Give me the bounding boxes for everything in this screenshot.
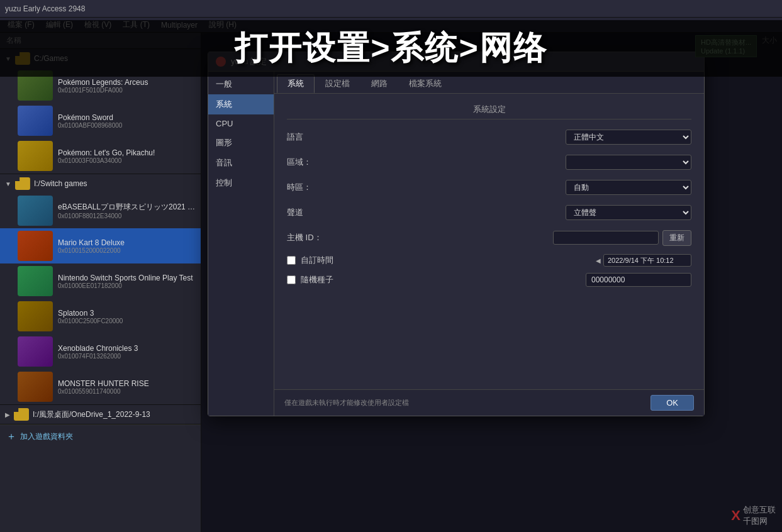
game-list: ▼ C:/Games Pokémon Legends: Arceus 0x010… [0,49,201,532]
game-id-pikachu: 0x010003F003A34000 [58,157,196,164]
game-thumb-sword [18,106,53,136]
game-title-xenoblade: Xenoblade Chronicles 3 [58,344,196,353]
console-id-value: 重新 [362,230,691,246]
nav-item-cpu[interactable]: CPU [208,114,274,133]
folder-label-i-switch: I:/Switch games [34,179,87,188]
game-id-mhrise: 0x0100559011740000 [58,388,196,395]
game-thumb-xenoblade [18,336,53,367]
game-info-mariokart: Mario Kart 8 Deluxe 0x0100152000022000 [58,238,196,254]
date-arrow-left[interactable]: ◀ [596,257,601,264]
game-title-ebaseball: eBASEBALLプロ野球スピリッツ2021 グランドスラム [58,202,196,213]
main-layout: 名稱 ▼ C:/Games Pokémon Legends: Arceus 0x… [0,33,782,532]
game-id-switch-sports: 0x01000EE017182000 [58,282,196,289]
list-item[interactable]: Pokémon Sword 0x0100ABF008968000 [0,103,201,138]
section-title: 系統設定 [287,104,691,119]
console-id-input[interactable] [553,231,659,245]
list-item[interactable]: Xenoblade Chronicles 3 0x010074F01326200… [0,334,201,369]
folder-icon-i-switch [15,177,30,190]
dialog-body: 一般 系統 CPU 圖形 音訊 控制 系統 設定檔 網路 [208,72,704,416]
custom-time-checkbox[interactable] [287,256,296,265]
random-seed-row: 隨機種子 [287,273,691,287]
console-id-refresh-button[interactable]: 重新 [662,230,691,246]
game-title-mhrise: MONSTER HUNTER RISE [58,379,196,388]
sidebar: 名稱 ▼ C:/Games Pokémon Legends: Arceus 0x… [0,33,201,532]
tab-network[interactable]: 網路 [360,74,398,93]
game-title-pikachu: Pokémon: Let's Go, Pikachu! [58,148,196,157]
language-label: 語言 [287,131,362,143]
console-id-label: 主機 ID： [287,232,362,243]
list-item[interactable]: Pokémon: Let's Go, Pikachu! 0x010003F003… [0,138,201,174]
overlay-banner: 打开设置>系统>网络 [0,20,782,77]
dialog-footer: 僅在遊戲未執行時才能修改使用者設定檔 OK [274,389,704,416]
app-title: yuzu Early Access 2948 [5,4,85,13]
add-folder-button[interactable]: ＋ 加入遊戲資料夾 [0,424,201,448]
game-info-splatoon: Splatoon 3 0x0100C2500FC20000 [58,309,196,324]
folder-header-desktop[interactable]: ▶ I:/風景桌面/OneDrive_1_2022-9-13 [0,405,201,424]
region-value [362,155,691,170]
folder-icon-desktop [14,408,29,421]
add-folder-label: 加入遊戲資料夾 [20,431,73,442]
game-info-arceus: Pokémon Legends: Arceus 0x01001F5010DFA0… [58,78,196,94]
game-id-arceus: 0x01001F5010DFA000 [58,87,196,94]
folder-label-desktop: I:/風景桌面/OneDrive_1_2022-9-13 [33,409,150,420]
settings-nav: 一般 系統 CPU 圖形 音訊 控制 [208,72,274,416]
game-id-ebaseball: 0x0100F88012E34000 [58,213,196,219]
ok-button[interactable]: OK [651,395,694,411]
game-thumb-pikachu [18,141,53,171]
list-item[interactable]: Nintendo Switch Sports Online Play Test … [0,263,201,299]
right-area: HD高清替換材... Update (1.1.1) 大小 yuzu 設定 一般 … [201,33,782,532]
dialog-overlay: yuzu 設定 一般 系統 CPU 圖形 音訊 控制 [201,33,782,532]
sound-dropdown[interactable]: 立體聲 [566,205,691,220]
random-seed-input[interactable] [586,273,691,287]
game-thumb-switch-sports [18,266,53,296]
folder-arrow-desktop: ▶ [5,411,10,418]
settings-form: 系統設定 語言 正體中文 [274,94,704,389]
overlay-banner-text: 打开设置>系统>网络 [235,26,547,70]
game-id-splatoon: 0x0100C2500FC20000 [58,318,196,324]
language-row: 語言 正體中文 [287,128,691,146]
tab-system[interactable]: 系統 [277,74,315,93]
nav-item-controls[interactable]: 控制 [208,173,274,193]
custom-time-row: 自訂時間 ◀ [287,254,691,267]
list-item[interactable]: eBASEBALLプロ野球スピリッツ2021 グランドスラム 0x0100F88… [0,193,201,228]
tab-filesystem[interactable]: 檔案系統 [398,74,452,93]
game-id-mariokart: 0x0100152000022000 [58,247,196,254]
list-item[interactable]: Splatoon 3 0x0100C2500FC20000 [0,299,201,334]
game-thumb-splatoon [18,301,53,331]
game-thumb-mariokart [18,231,53,261]
watermark-text: 创意互联 千图网 [743,504,776,527]
watermark-x-icon: X [731,507,740,524]
game-title-switch-sports: Nintendo Switch Sports Online Play Test [58,274,196,282]
nav-item-audio[interactable]: 音訊 [208,153,274,173]
tab-profiles[interactable]: 設定檔 [315,74,360,93]
date-picker-input[interactable] [603,254,691,267]
region-dropdown[interactable] [566,155,691,170]
footer-note: 僅在遊戲未執行時才能修改使用者設定檔 [284,398,645,407]
game-info-switch-sports: Nintendo Switch Sports Online Play Test … [58,274,196,289]
folder-section-i-switch: ▼ I:/Switch games eBASEBALLプロ野球スピリッツ2021… [0,174,201,405]
nav-item-general[interactable]: 一般 [208,74,274,94]
game-info-sword: Pokémon Sword 0x0100ABF008968000 [58,113,196,129]
list-item[interactable]: MONSTER HUNTER RISE 0x0100559011740000 [0,369,201,404]
game-thumb-ebaseball [18,196,53,226]
list-item[interactable]: Mario Kart 8 Deluxe 0x0100152000022000 [0,228,201,263]
game-info-mhrise: MONSTER HUNTER RISE 0x0100559011740000 [58,379,196,395]
random-seed-checkbox[interactable] [287,275,296,284]
game-title-sword: Pokémon Sword [58,113,196,122]
nav-item-system[interactable]: 系統 [208,94,274,114]
language-dropdown[interactable]: 正體中文 [566,130,691,145]
folder-arrow-i-switch: ▼ [5,180,11,187]
game-title-arceus: Pokémon Legends: Arceus [58,78,196,87]
folder-header-i-switch[interactable]: ▼ I:/Switch games [0,174,201,193]
timezone-label: 時區： [287,182,362,193]
game-thumb-mhrise [18,372,53,402]
add-icon: ＋ [6,430,16,443]
timezone-dropdown[interactable]: 自動 [566,180,691,195]
game-info-pikachu: Pokémon: Let's Go, Pikachu! 0x010003F003… [58,148,196,164]
settings-dialog: yuzu 設定 一般 系統 CPU 圖形 音訊 控制 [208,52,705,416]
sound-label: 聲道 [287,207,362,218]
nav-item-graphics[interactable]: 圖形 [208,133,274,153]
game-info-ebaseball: eBASEBALLプロ野球スピリッツ2021 グランドスラム 0x0100F88… [58,202,196,219]
region-row: 區域： [287,153,691,171]
timezone-value: 自動 [362,180,691,195]
